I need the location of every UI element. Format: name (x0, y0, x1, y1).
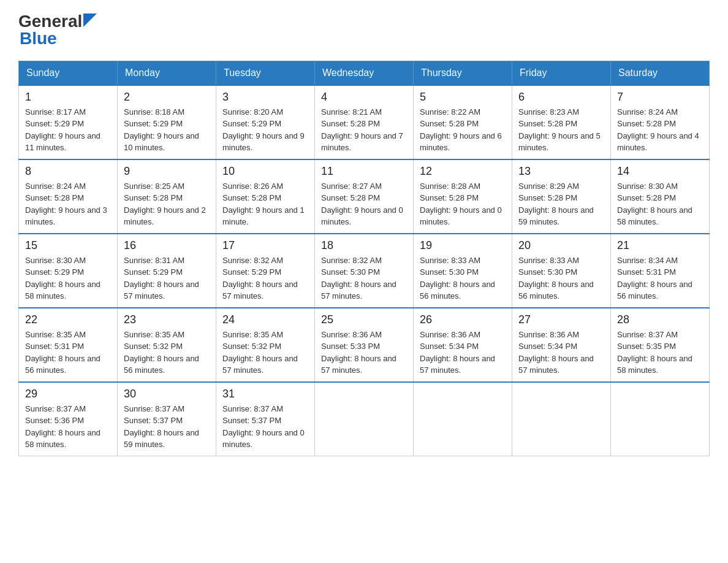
week-row: 22 Sunrise: 8:35 AM Sunset: 5:31 PM Dayl… (19, 308, 710, 382)
day-info: Sunrise: 8:37 AM Sunset: 5:36 PM Dayligh… (25, 403, 111, 451)
calendar-cell: 11 Sunrise: 8:27 AM Sunset: 5:28 PM Dayl… (315, 159, 414, 234)
day-info: Sunrise: 8:37 AM Sunset: 5:37 PM Dayligh… (222, 403, 308, 451)
week-row: 29 Sunrise: 8:37 AM Sunset: 5:36 PM Dayl… (19, 382, 710, 456)
day-number: 16 (124, 239, 210, 252)
calendar-cell (315, 382, 414, 456)
calendar-cell: 10 Sunrise: 8:26 AM Sunset: 5:28 PM Dayl… (216, 159, 315, 234)
day-number: 17 (222, 239, 308, 252)
day-number: 30 (124, 388, 210, 400)
day-number: 7 (617, 91, 703, 104)
calendar-cell: 16 Sunrise: 8:31 AM Sunset: 5:29 PM Dayl… (118, 234, 216, 308)
day-of-week-header: Wednesday (315, 61, 414, 85)
day-number: 8 (25, 165, 111, 178)
day-of-week-header: Sunday (19, 61, 118, 85)
calendar-cell: 9 Sunrise: 8:25 AM Sunset: 5:28 PM Dayli… (118, 159, 216, 234)
calendar-cell: 13 Sunrise: 8:29 AM Sunset: 5:28 PM Dayl… (512, 159, 611, 234)
day-info: Sunrise: 8:22 AM Sunset: 5:28 PM Dayligh… (420, 106, 506, 154)
day-info: Sunrise: 8:36 AM Sunset: 5:34 PM Dayligh… (518, 329, 604, 377)
calendar-cell: 20 Sunrise: 8:33 AM Sunset: 5:30 PM Dayl… (512, 234, 611, 308)
day-of-week-header: Saturday (611, 61, 710, 85)
day-info: Sunrise: 8:20 AM Sunset: 5:29 PM Dayligh… (222, 106, 308, 154)
calendar-cell (414, 382, 512, 456)
day-number: 18 (321, 239, 407, 252)
day-of-week-header: Friday (512, 61, 611, 85)
day-number: 14 (617, 165, 703, 178)
calendar-cell: 30 Sunrise: 8:37 AM Sunset: 5:37 PM Dayl… (118, 382, 216, 456)
calendar-cell: 25 Sunrise: 8:36 AM Sunset: 5:33 PM Dayl… (315, 308, 414, 382)
calendar-cell: 28 Sunrise: 8:37 AM Sunset: 5:35 PM Dayl… (611, 308, 710, 382)
calendar-cell (611, 382, 710, 456)
calendar-cell: 18 Sunrise: 8:32 AM Sunset: 5:30 PM Dayl… (315, 234, 414, 308)
day-number: 21 (617, 239, 703, 252)
day-info: Sunrise: 8:29 AM Sunset: 5:28 PM Dayligh… (518, 180, 604, 228)
day-number: 15 (25, 239, 111, 252)
day-number: 28 (617, 313, 703, 326)
calendar-cell: 29 Sunrise: 8:37 AM Sunset: 5:36 PM Dayl… (19, 382, 118, 456)
page-header: General Blue (18, 12, 710, 48)
calendar-cell: 31 Sunrise: 8:37 AM Sunset: 5:37 PM Dayl… (216, 382, 315, 456)
day-info: Sunrise: 8:33 AM Sunset: 5:30 PM Dayligh… (518, 255, 604, 302)
day-info: Sunrise: 8:28 AM Sunset: 5:28 PM Dayligh… (420, 180, 506, 228)
days-of-week-row: SundayMondayTuesdayWednesdayThursdayFrid… (19, 61, 710, 85)
day-number: 20 (518, 239, 604, 252)
day-info: Sunrise: 8:23 AM Sunset: 5:28 PM Dayligh… (518, 106, 604, 154)
day-info: Sunrise: 8:34 AM Sunset: 5:31 PM Dayligh… (617, 255, 703, 302)
day-number: 23 (124, 313, 210, 326)
day-info: Sunrise: 8:27 AM Sunset: 5:28 PM Dayligh… (321, 180, 407, 228)
day-of-week-header: Monday (118, 61, 216, 85)
calendar-cell: 3 Sunrise: 8:20 AM Sunset: 5:29 PM Dayli… (216, 85, 315, 159)
day-number: 24 (222, 313, 308, 326)
day-info: Sunrise: 8:35 AM Sunset: 5:32 PM Dayligh… (124, 329, 210, 377)
day-info: Sunrise: 8:21 AM Sunset: 5:28 PM Dayligh… (321, 106, 407, 154)
day-info: Sunrise: 8:35 AM Sunset: 5:32 PM Dayligh… (222, 329, 308, 377)
calendar-cell: 14 Sunrise: 8:30 AM Sunset: 5:28 PM Dayl… (611, 159, 710, 234)
day-number: 19 (420, 239, 506, 252)
day-info: Sunrise: 8:35 AM Sunset: 5:31 PM Dayligh… (25, 329, 111, 377)
day-info: Sunrise: 8:30 AM Sunset: 5:29 PM Dayligh… (25, 255, 111, 302)
day-number: 27 (518, 313, 604, 326)
day-info: Sunrise: 8:33 AM Sunset: 5:30 PM Dayligh… (420, 255, 506, 302)
day-of-week-header: Tuesday (216, 61, 315, 85)
day-number: 26 (420, 313, 506, 326)
day-number: 29 (25, 388, 111, 400)
day-number: 25 (321, 313, 407, 326)
day-number: 5 (420, 91, 506, 104)
day-info: Sunrise: 8:32 AM Sunset: 5:30 PM Dayligh… (321, 255, 407, 302)
calendar-cell: 6 Sunrise: 8:23 AM Sunset: 5:28 PM Dayli… (512, 85, 611, 159)
calendar-cell: 4 Sunrise: 8:21 AM Sunset: 5:28 PM Dayli… (315, 85, 414, 159)
day-info: Sunrise: 8:17 AM Sunset: 5:29 PM Dayligh… (25, 106, 111, 154)
svg-marker-0 (83, 13, 97, 27)
week-row: 15 Sunrise: 8:30 AM Sunset: 5:29 PM Dayl… (19, 234, 710, 308)
calendar-cell: 23 Sunrise: 8:35 AM Sunset: 5:32 PM Dayl… (118, 308, 216, 382)
day-info: Sunrise: 8:37 AM Sunset: 5:35 PM Dayligh… (617, 329, 703, 377)
day-info: Sunrise: 8:36 AM Sunset: 5:33 PM Dayligh… (321, 329, 407, 377)
day-info: Sunrise: 8:32 AM Sunset: 5:29 PM Dayligh… (222, 255, 308, 302)
day-info: Sunrise: 8:25 AM Sunset: 5:28 PM Dayligh… (124, 180, 210, 228)
day-number: 10 (222, 165, 308, 178)
day-number: 13 (518, 165, 604, 178)
day-number: 6 (518, 91, 604, 104)
day-number: 3 (222, 91, 308, 104)
day-info: Sunrise: 8:31 AM Sunset: 5:29 PM Dayligh… (124, 255, 210, 302)
calendar-cell: 21 Sunrise: 8:34 AM Sunset: 5:31 PM Dayl… (611, 234, 710, 308)
calendar-cell (512, 382, 611, 456)
calendar-cell: 24 Sunrise: 8:35 AM Sunset: 5:32 PM Dayl… (216, 308, 315, 382)
week-row: 8 Sunrise: 8:24 AM Sunset: 5:28 PM Dayli… (19, 159, 710, 234)
calendar-cell: 8 Sunrise: 8:24 AM Sunset: 5:28 PM Dayli… (19, 159, 118, 234)
calendar-cell: 12 Sunrise: 8:28 AM Sunset: 5:28 PM Dayl… (414, 159, 512, 234)
calendar-cell: 15 Sunrise: 8:30 AM Sunset: 5:29 PM Dayl… (19, 234, 118, 308)
calendar-cell: 27 Sunrise: 8:36 AM Sunset: 5:34 PM Dayl… (512, 308, 611, 382)
calendar-cell: 17 Sunrise: 8:32 AM Sunset: 5:29 PM Dayl… (216, 234, 315, 308)
day-info: Sunrise: 8:24 AM Sunset: 5:28 PM Dayligh… (617, 106, 703, 154)
day-of-week-header: Thursday (414, 61, 512, 85)
day-number: 9 (124, 165, 210, 178)
day-number: 22 (25, 313, 111, 326)
calendar-cell: 26 Sunrise: 8:36 AM Sunset: 5:34 PM Dayl… (414, 308, 512, 382)
logo-blue: Blue (20, 29, 57, 48)
day-info: Sunrise: 8:36 AM Sunset: 5:34 PM Dayligh… (420, 329, 506, 377)
calendar-cell: 1 Sunrise: 8:17 AM Sunset: 5:29 PM Dayli… (19, 85, 118, 159)
calendar-cell: 7 Sunrise: 8:24 AM Sunset: 5:28 PM Dayli… (611, 85, 710, 159)
day-info: Sunrise: 8:26 AM Sunset: 5:28 PM Dayligh… (222, 180, 308, 228)
day-number: 11 (321, 165, 407, 178)
day-number: 2 (124, 91, 210, 104)
